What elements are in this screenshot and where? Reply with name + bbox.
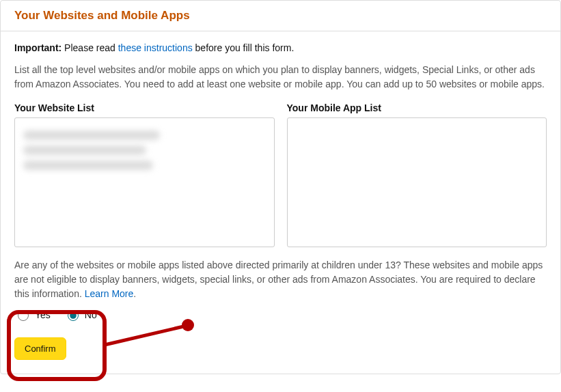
- panel-body: Important: Please read these instruction…: [1, 31, 560, 374]
- radio-no-option[interactable]: No: [64, 308, 97, 321]
- coppa-radio-group: Yes No: [14, 308, 547, 321]
- important-label: Important:: [14, 42, 61, 53]
- important-post: before you fill this form.: [193, 42, 295, 53]
- important-line: Important: Please read these instruction…: [14, 42, 547, 53]
- important-pre: Please read: [61, 42, 118, 53]
- radio-yes-label: Yes: [35, 309, 51, 320]
- question-period: .: [133, 288, 136, 299]
- radio-no-label: No: [85, 309, 97, 320]
- websites-apps-panel: Your Websites and Mobile Apps Important:…: [0, 0, 561, 374]
- mobile-list-label: Your Mobile App List: [287, 102, 547, 113]
- radio-yes-option[interactable]: Yes: [14, 308, 51, 321]
- radio-no-input[interactable]: [68, 310, 79, 321]
- description-text: List all the top level websites and/or m…: [14, 63, 547, 92]
- website-list-col: Your Website List: [14, 102, 275, 247]
- panel-header: Your Websites and Mobile Apps: [1, 1, 560, 31]
- list-item: [23, 145, 146, 155]
- instructions-link[interactable]: these instructions: [118, 42, 193, 53]
- list-item: [23, 130, 160, 140]
- radio-yes-input[interactable]: [18, 310, 29, 321]
- mobile-list-col: Your Mobile App List: [287, 102, 547, 247]
- website-list-box[interactable]: [14, 117, 275, 247]
- website-list-label: Your Website List: [14, 102, 275, 113]
- lists-row: Your Website List Your Mobile App List: [14, 102, 547, 247]
- learn-more-link[interactable]: Learn More: [85, 288, 134, 299]
- panel-title: Your Websites and Mobile Apps: [14, 9, 547, 23]
- list-item: [23, 160, 153, 170]
- confirm-button[interactable]: Confirm: [14, 337, 66, 360]
- mobile-list-box[interactable]: [287, 117, 547, 247]
- coppa-question: Are any of the websites or mobile apps l…: [14, 258, 547, 301]
